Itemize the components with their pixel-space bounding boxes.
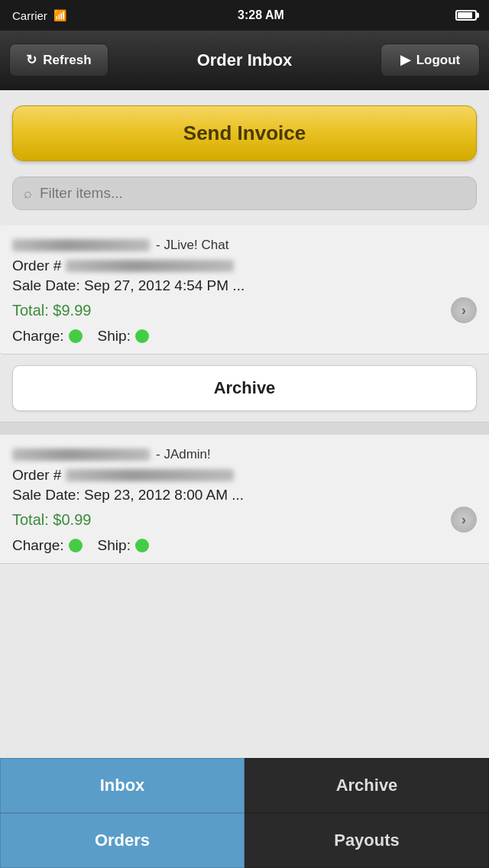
status-bar-right xyxy=(455,10,477,21)
tab-bar: Inbox Archive Orders Payouts xyxy=(0,758,489,868)
status-bar-time: 3:28 AM xyxy=(238,8,284,22)
order-name-row-2: - JAdmin! xyxy=(12,447,477,462)
order-prefix-2: Order # xyxy=(12,467,61,484)
order-total-2: Total: $0.99 xyxy=(12,511,91,529)
battery-icon xyxy=(455,10,477,21)
nav-bar: ↻ Refresh Order Inbox ▶ Logout xyxy=(0,31,489,90)
status-bar-left: Carrier 📶 xyxy=(12,9,66,22)
order-total-1: Total: $9.99 xyxy=(12,302,91,319)
order-item-2: - JAdmin! Order # Sale Date: Sep 23, 201… xyxy=(0,435,489,564)
blurred-order-number-1 xyxy=(66,260,234,272)
order-chevron-2[interactable]: › xyxy=(451,507,477,533)
order-item-1: - JLive! Chat Order # Sale Date: Sep 27,… xyxy=(0,225,489,355)
refresh-icon: ↻ xyxy=(26,52,37,68)
charge-label-1: Charge: xyxy=(12,328,64,345)
tab-archive[interactable]: Archive xyxy=(244,758,489,813)
blurred-customer-name-2 xyxy=(12,449,150,461)
ship-label-1: Ship: xyxy=(98,328,131,345)
archive-button[interactable]: Archive xyxy=(12,365,477,411)
order-total-row-1: Total: $9.99 › xyxy=(12,297,477,323)
tab-inbox[interactable]: Inbox xyxy=(0,758,244,813)
wifi-icon: 📶 xyxy=(53,9,66,21)
logout-label: Logout xyxy=(416,53,461,68)
order-prefix-1: Order # xyxy=(12,257,61,274)
search-icon: ⌕ xyxy=(24,186,32,202)
tab-orders[interactable]: Orders xyxy=(0,813,244,868)
ship-status-dot-2 xyxy=(135,539,149,552)
order-chevron-1[interactable]: › xyxy=(451,297,477,323)
order-app-1: - JLive! Chat xyxy=(156,238,228,253)
tab-archive-label: Archive xyxy=(336,776,398,795)
order-number-row-2: Order # xyxy=(12,467,477,484)
carrier-label: Carrier xyxy=(12,9,47,22)
archive-button-container: Archive xyxy=(0,355,489,423)
order-app-2: - JAdmin! xyxy=(156,447,211,462)
refresh-label: Refresh xyxy=(43,53,91,68)
search-input[interactable] xyxy=(40,185,465,202)
blurred-customer-name-1 xyxy=(12,239,150,251)
charge-label-2: Charge: xyxy=(12,537,64,554)
logout-icon: ▶ xyxy=(400,52,410,68)
refresh-button[interactable]: ↻ Refresh xyxy=(9,44,108,76)
order-total-row-2: Total: $0.99 › xyxy=(12,507,477,533)
order-date-1: Sale Date: Sep 27, 2012 4:54 PM ... xyxy=(12,277,477,294)
tab-inbox-label: Inbox xyxy=(100,776,145,795)
main-content: Send Invoice ⌕ xyxy=(0,90,489,210)
charge-status-dot-1 xyxy=(69,329,83,343)
nav-title: Order Inbox xyxy=(197,50,293,70)
tab-payouts[interactable]: Payouts xyxy=(244,813,489,868)
tab-payouts-label: Payouts xyxy=(334,831,400,850)
bottom-spacer xyxy=(0,564,489,686)
blurred-order-number-2 xyxy=(66,469,234,481)
send-invoice-button[interactable]: Send Invoice xyxy=(12,105,477,161)
ship-label-2: Ship: xyxy=(98,537,131,554)
charge-ship-row-1: Charge: Ship: xyxy=(12,328,477,345)
logout-button[interactable]: ▶ Logout xyxy=(381,44,480,76)
order-date-2: Sale Date: Sep 23, 2012 8:00 AM ... xyxy=(12,487,477,504)
ship-status-dot-1 xyxy=(135,329,149,343)
order-name-row-1: - JLive! Chat xyxy=(12,238,477,253)
charge-ship-row-2: Charge: Ship: xyxy=(12,537,477,554)
charge-status-dot-2 xyxy=(69,539,83,552)
tab-orders-label: Orders xyxy=(95,831,150,850)
search-bar: ⌕ xyxy=(12,177,477,210)
order-number-row-1: Order # xyxy=(12,257,477,274)
status-bar: Carrier 📶 3:28 AM xyxy=(0,0,489,31)
separator xyxy=(0,423,489,435)
